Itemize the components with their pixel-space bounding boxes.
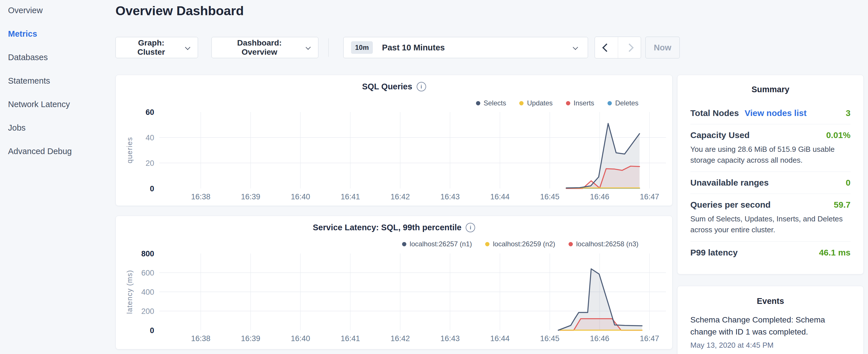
now-button[interactable]: Now — [645, 37, 680, 58]
svg-text:40: 40 — [146, 133, 154, 142]
svg-text:16:45: 16:45 — [540, 192, 560, 201]
chevron-down-icon — [306, 45, 311, 50]
summary-row-head: Queries per second59.7 — [690, 200, 850, 210]
svg-text:16:39: 16:39 — [241, 192, 260, 201]
summary-row-value: 59.7 — [834, 200, 850, 210]
time-forward-button[interactable] — [618, 37, 641, 58]
graph-dropdown-label: Graph: Cluster — [124, 38, 178, 57]
summary-row: P99 latency46.1 ms — [690, 242, 850, 263]
svg-text:16:46: 16:46 — [590, 192, 610, 201]
summary-row-label: Capacity Used — [690, 130, 750, 140]
time-range-label: Past 10 Minutes — [382, 43, 445, 53]
view-nodes-list-link[interactable]: View nodes list — [744, 108, 806, 118]
sidebar-item-metrics[interactable]: Metrics — [8, 28, 113, 39]
sidebar-item-jobs[interactable]: Jobs — [8, 122, 113, 133]
svg-text:400: 400 — [141, 288, 154, 296]
sidebar-item-overview[interactable]: Overview — [8, 5, 113, 16]
events-title: Events — [690, 296, 850, 306]
summary-row-label: Queries per second — [690, 200, 771, 210]
service-latency-chart: 16:3816:3916:4016:4116:4216:4316:4416:45… — [116, 216, 673, 350]
svg-text:16:41: 16:41 — [341, 334, 360, 343]
sidebar: OverviewMetricsDatabasesStatementsNetwor… — [0, 0, 113, 169]
summary-row-head: Total NodesView nodes list3 — [690, 108, 850, 118]
svg-text:16:45: 16:45 — [540, 334, 560, 343]
summary-row-description: You are using 28.6 MiB of 515.9 GiB usab… — [690, 144, 850, 165]
summary-row-label: P99 latency — [690, 248, 738, 257]
events-panel: Events Schema Change Completed: Schema c… — [677, 286, 864, 354]
time-range-dropdown[interactable]: 10m Past 10 Minutes — [343, 37, 588, 58]
time-range-pager — [595, 37, 641, 58]
svg-text:0: 0 — [150, 185, 154, 193]
dashboard-dropdown[interactable]: Dashboard: Overview — [212, 37, 318, 58]
service-latency-chart-card: Service Latency: SQL, 99th percentile i … — [116, 216, 673, 349]
svg-text:16:38: 16:38 — [191, 192, 211, 201]
chevron-down-icon — [573, 44, 578, 50]
svg-text:16:43: 16:43 — [440, 192, 460, 201]
svg-text:16:44: 16:44 — [490, 334, 510, 343]
toolbar: Graph: Cluster Dashboard: Overview 10m P… — [116, 37, 680, 58]
svg-text:20: 20 — [146, 159, 154, 167]
svg-text:16:42: 16:42 — [391, 334, 410, 343]
chevron-right-icon — [625, 43, 634, 52]
summary-panel: Summary Total NodesView nodes list3Capac… — [677, 75, 864, 275]
chevron-down-icon — [185, 45, 190, 50]
svg-text:16:42: 16:42 — [391, 192, 410, 201]
svg-text:16:41: 16:41 — [341, 192, 360, 201]
summary-row-head: Unavailable ranges0 — [690, 178, 850, 188]
svg-text:600: 600 — [141, 269, 154, 277]
svg-text:16:43: 16:43 — [440, 334, 460, 343]
sidebar-item-statements[interactable]: Statements — [8, 75, 113, 87]
summary-row: Total NodesView nodes list3 — [690, 102, 850, 124]
summary-rows: Total NodesView nodes list3Capacity Used… — [690, 102, 850, 263]
summary-row-label: Unavailable ranges — [690, 178, 769, 188]
svg-text:16:44: 16:44 — [490, 192, 510, 201]
event-item[interactable]: Schema Change Completed: Schema change w… — [690, 314, 850, 350]
page-title: Overview Dashboard — [116, 3, 244, 18]
summary-row-description: Sum of Selects, Updates, Inserts, and De… — [690, 214, 850, 235]
summary-row-label: Total Nodes — [690, 108, 739, 118]
sql-queries-chart-card: SQL Queries i SelectsUpdatesInsertsDelet… — [116, 75, 673, 206]
svg-text:16:46: 16:46 — [590, 334, 610, 343]
sql-queries-chart: 16:3816:3916:4016:4116:4216:4316:4416:45… — [116, 75, 673, 206]
summary-row-value: 0.01% — [826, 130, 850, 140]
svg-text:16:47: 16:47 — [640, 192, 659, 201]
summary-row: Queries per second59.7Sum of Selects, Up… — [690, 194, 850, 241]
summary-row-head: P99 latency46.1 ms — [690, 248, 850, 257]
svg-text:16:47: 16:47 — [640, 334, 659, 343]
summary-title: Summary — [690, 85, 850, 94]
app-root: OverviewMetricsDatabasesStatementsNetwor… — [0, 0, 868, 354]
summary-row-value: 46.1 ms — [819, 248, 850, 257]
sidebar-item-network-latency[interactable]: Network Latency — [8, 99, 113, 110]
svg-text:60: 60 — [146, 108, 154, 117]
event-message: Schema Change Completed: Schema change w… — [690, 314, 850, 338]
summary-row: Unavailable ranges0 — [690, 171, 850, 194]
events-list: Schema Change Completed: Schema change w… — [690, 314, 850, 350]
svg-text:16:40: 16:40 — [291, 334, 310, 343]
summary-row: Capacity Used0.01%You are using 28.6 MiB… — [690, 124, 850, 171]
time-back-button[interactable] — [595, 37, 618, 58]
svg-text:16:39: 16:39 — [241, 334, 260, 343]
chevron-left-icon — [602, 43, 611, 52]
svg-text:800: 800 — [141, 250, 154, 258]
graph-dropdown[interactable]: Graph: Cluster — [116, 37, 198, 58]
sidebar-item-advanced-debug[interactable]: Advanced Debug — [8, 146, 113, 157]
event-timestamp: May 13, 2020 at 4:45 PM — [690, 341, 850, 350]
dashboard-dropdown-label: Dashboard: Overview — [220, 38, 299, 57]
svg-text:0: 0 — [150, 326, 154, 335]
summary-row-value: 0 — [846, 178, 850, 188]
svg-text:16:40: 16:40 — [291, 192, 310, 201]
time-range-badge: 10m — [351, 41, 373, 54]
svg-text:200: 200 — [141, 307, 154, 316]
sidebar-item-databases[interactable]: Databases — [8, 52, 113, 63]
summary-row-head: Capacity Used0.01% — [690, 130, 850, 140]
summary-row-value: 3 — [846, 108, 850, 118]
svg-text:16:38: 16:38 — [191, 334, 211, 343]
